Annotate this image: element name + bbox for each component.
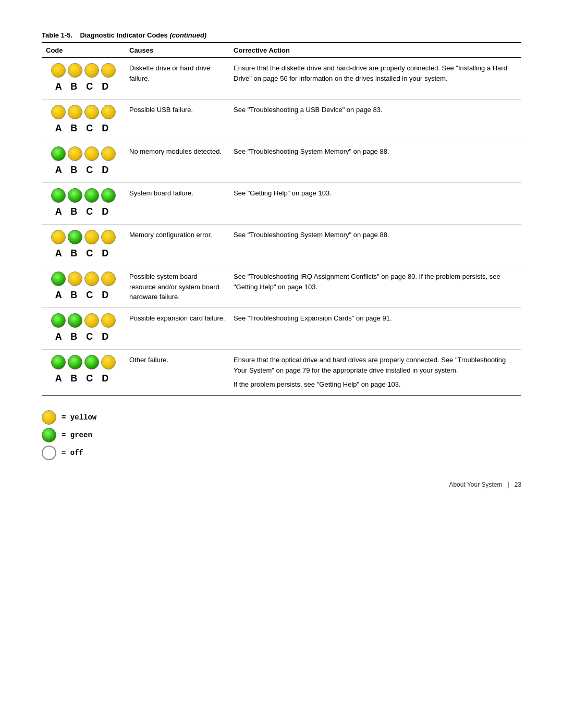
indicator-dot-a — [51, 63, 66, 78]
action-cell-4: See "Getting Help" on page 103. — [229, 183, 521, 225]
indicator-dot-d — [101, 355, 116, 369]
action-cell-7: See "Troubleshooting Expansion Cards" on… — [229, 308, 521, 350]
causes-cell-3: No memory modules detected. — [125, 141, 229, 183]
table-title: Table 1-5. Diagnostic Indicator Codes (c… — [42, 31, 521, 39]
indicator-row — [46, 188, 121, 203]
indicator-dot-b — [68, 355, 82, 369]
indicator-row — [46, 355, 121, 369]
action-cell-8: Ensure that the optical drive and hard d… — [229, 350, 521, 396]
footer-separator: | — [508, 481, 509, 488]
indicator-dot-b — [68, 146, 82, 161]
causes-cell-1: Diskette drive or hard drive failure. — [125, 58, 229, 100]
abcd-label: A B C D — [46, 80, 121, 94]
action-cell-5: See "Troubleshooting System Memory" on p… — [229, 225, 521, 266]
causes-cell-8: Other failure. — [125, 350, 229, 396]
table-row: A B C DPossible expansion card failure.S… — [42, 308, 521, 350]
code-cell-2: A B C D — [42, 100, 125, 141]
indicator-dot-c — [84, 355, 99, 369]
abcd-label: A B C D — [46, 372, 121, 386]
legend-item-off: = off — [42, 446, 521, 460]
col-code: Code — [42, 43, 125, 58]
table-row: A B C DSystem board failure.See "Getting… — [42, 183, 521, 225]
indicator-dot-b — [68, 188, 82, 203]
code-cell-5: A B C D — [42, 225, 125, 266]
indicator-dot-d — [101, 272, 116, 286]
indicator-dot-c — [84, 105, 99, 119]
indicator-dot-a — [51, 188, 66, 203]
legend-dot-green — [42, 428, 56, 442]
indicator-dot-c — [84, 313, 99, 328]
action-cell-3: See "Troubleshooting System Memory" on p… — [229, 141, 521, 183]
col-causes: Causes — [125, 43, 229, 58]
code-cell-7: A B C D — [42, 308, 125, 350]
action-cell-6: See "Troubleshooting IRQ Assignment Conf… — [229, 266, 521, 308]
code-cell-6: A B C D — [42, 266, 125, 308]
indicator-dot-b — [68, 272, 82, 286]
indicator-dot-b — [68, 105, 82, 119]
indicator-dot-c — [84, 272, 99, 286]
code-cell-3: A B C D — [42, 141, 125, 183]
abcd-label: A B C D — [46, 288, 121, 302]
indicator-row — [46, 146, 121, 161]
code-cell-1: A B C D — [42, 58, 125, 100]
indicator-dot-b — [68, 63, 82, 78]
code-cell-4: A B C D — [42, 183, 125, 225]
footer-text: About Your System — [449, 481, 502, 488]
indicator-dot-c — [84, 188, 99, 203]
indicator-dot-d — [101, 63, 116, 78]
legend-label-yellow: = yellow — [62, 413, 96, 422]
abcd-label: A B C D — [46, 246, 121, 261]
indicator-row — [46, 63, 121, 78]
legend-item-yellow: = yellow — [42, 410, 521, 425]
indicator-dot-d — [101, 146, 116, 161]
causes-cell-6: Possible system board resource and/or sy… — [125, 266, 229, 308]
indicator-row — [46, 272, 121, 286]
abcd-label: A B C D — [46, 330, 121, 344]
footer: About Your System | 23 — [42, 481, 521, 488]
indicator-dot-c — [84, 63, 99, 78]
indicator-dot-d — [101, 230, 116, 244]
indicator-row — [46, 105, 121, 119]
action-cell-2: See "Troubleshooting a USB Device" on pa… — [229, 100, 521, 141]
indicator-dot-d — [101, 313, 116, 328]
abcd-label: A B C D — [46, 121, 121, 135]
code-cell-8: A B C D — [42, 350, 125, 396]
causes-cell-7: Possible expansion card failure. — [125, 308, 229, 350]
indicator-dot-d — [101, 105, 116, 119]
causes-cell-4: System board failure. — [125, 183, 229, 225]
legend-label-green: = green — [62, 431, 92, 439]
indicator-dot-b — [68, 230, 82, 244]
table-row: A B C DPossible USB failure.See "Trouble… — [42, 100, 521, 141]
indicator-dot-b — [68, 313, 82, 328]
indicator-dot-a — [51, 313, 66, 328]
action-cell-1: Ensure that the diskette drive and hard-… — [229, 58, 521, 100]
abcd-label: A B C D — [46, 205, 121, 219]
indicator-dot-a — [51, 272, 66, 286]
table-row: A B C DNo memory modules detected.See "T… — [42, 141, 521, 183]
indicator-dot-c — [84, 230, 99, 244]
table-row: A B C DMemory configuration error.See "T… — [42, 225, 521, 266]
table-row: A B C DPossible system board resource an… — [42, 266, 521, 308]
indicator-row — [46, 230, 121, 244]
indicator-row — [46, 313, 121, 328]
legend-label-off: = off — [62, 449, 83, 457]
diagnostic-table: Code Causes Corrective Action A B C DDis… — [42, 42, 521, 396]
causes-cell-5: Memory configuration error. — [125, 225, 229, 266]
table-row: A B C DOther failure.Ensure that the opt… — [42, 350, 521, 396]
col-action: Corrective Action — [229, 43, 521, 58]
legend-dot-off — [42, 446, 56, 460]
indicator-dot-c — [84, 146, 99, 161]
legend-dot-yellow — [42, 410, 56, 425]
legend-section: = yellow= green= off — [42, 410, 521, 460]
footer-page: 23 — [515, 481, 521, 488]
indicator-dot-d — [101, 188, 116, 203]
indicator-dot-a — [51, 146, 66, 161]
causes-cell-2: Possible USB failure. — [125, 100, 229, 141]
table-row: A B C DDiskette drive or hard drive fail… — [42, 58, 521, 100]
abcd-label: A B C D — [46, 163, 121, 177]
indicator-dot-a — [51, 355, 66, 369]
indicator-dot-a — [51, 230, 66, 244]
indicator-dot-a — [51, 105, 66, 119]
legend-item-green: = green — [42, 428, 521, 442]
